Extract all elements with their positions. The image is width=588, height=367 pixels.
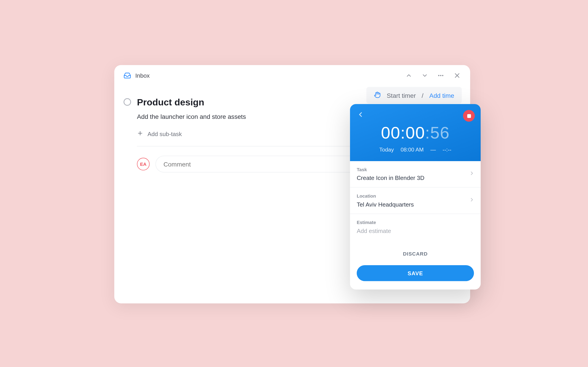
timer-bar: Start timer / Add time	[367, 87, 462, 104]
save-button[interactable]: SAVE	[357, 265, 474, 281]
back-icon[interactable]	[357, 111, 364, 118]
start-time[interactable]: 08:00 AM	[401, 146, 424, 153]
timer-meta: Today 08:00 AM — --:--	[357, 146, 474, 153]
range-separator: —	[431, 146, 436, 153]
discard-button[interactable]: DISCARD	[403, 248, 428, 259]
timer-bar-separator: /	[422, 92, 424, 99]
svg-point-0	[439, 75, 439, 76]
timer-seconds: :56	[425, 123, 450, 142]
plus-icon	[137, 130, 143, 138]
timer-main: 00:00	[381, 123, 425, 142]
inbox-label: Inbox	[135, 72, 150, 79]
location-field-label: Location	[357, 193, 474, 199]
estimate-field-placeholder: Add estimate	[357, 227, 474, 234]
hand-icon	[374, 91, 381, 99]
svg-point-1	[440, 75, 441, 76]
stop-button[interactable]	[463, 110, 475, 122]
add-time-button[interactable]: Add time	[429, 92, 454, 99]
task-field[interactable]: Task Create Icon in Blender 3D	[350, 161, 481, 188]
day-label: Today	[379, 146, 394, 153]
timer-display: 00:00:56	[357, 123, 474, 142]
task-complete-checkbox[interactable]	[123, 98, 131, 106]
next-icon[interactable]	[422, 72, 428, 79]
task-field-value: Create Icon in Blender 3D	[357, 175, 474, 181]
svg-point-2	[442, 75, 443, 76]
avatar[interactable]: EA	[137, 158, 149, 170]
estimate-field-label: Estimate	[357, 220, 474, 225]
timer-header: 00:00:56 Today 08:00 AM — --:--	[350, 104, 481, 161]
header-actions	[405, 72, 461, 79]
add-subtask-label: Add sub-task	[147, 130, 182, 137]
inbox-icon	[123, 72, 131, 79]
panel-actions: DISCARD SAVE	[350, 240, 481, 290]
chevron-right-icon	[469, 170, 475, 178]
location-field[interactable]: Location Tel Aviv Headquarters	[350, 188, 481, 214]
prev-icon[interactable]	[405, 72, 412, 79]
more-icon[interactable]	[437, 72, 444, 79]
close-icon[interactable]	[453, 72, 461, 79]
breadcrumb[interactable]: Inbox	[123, 72, 150, 79]
timer-panel: 00:00:56 Today 08:00 AM — --:-- Task Cre…	[350, 104, 481, 290]
end-time[interactable]: --:--	[442, 146, 451, 153]
task-field-label: Task	[357, 167, 474, 172]
location-field-value: Tel Aviv Headquarters	[357, 201, 474, 208]
start-timer-button[interactable]: Start timer	[387, 92, 416, 99]
stop-icon	[467, 114, 471, 118]
chevron-right-icon	[469, 197, 475, 204]
card-header: Inbox	[114, 65, 470, 86]
estimate-field[interactable]: Estimate Add estimate	[350, 214, 481, 240]
